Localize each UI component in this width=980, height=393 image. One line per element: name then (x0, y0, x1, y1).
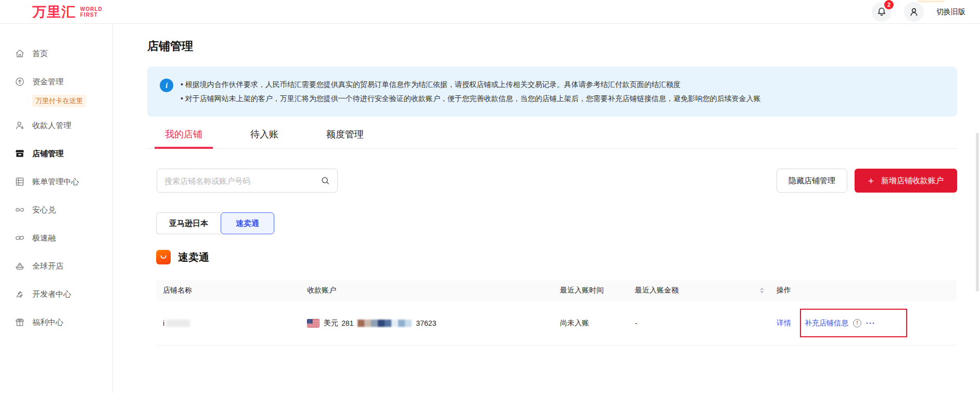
worldfirst-logo[interactable]: 万里汇 WORLDFIRST (32, 3, 103, 21)
aliexpress-icon (156, 250, 171, 264)
sidebar-item-label: 开发者中心 (32, 289, 71, 299)
currency-label: 美元 (324, 319, 338, 328)
logo-cn-text: 万里汇 (32, 3, 76, 21)
search-icon[interactable] (321, 176, 330, 185)
bill-icon (15, 176, 25, 187)
last-income-time-cell: 尚未入账 (560, 319, 635, 328)
page-title: 店铺管理 (147, 39, 957, 54)
sidebar-item-label: 收款人管理 (32, 121, 71, 131)
search-box (157, 169, 338, 193)
notification-badge: 2 (884, 0, 894, 9)
main-content: 店铺管理 i 根据境内合作伙伴要求，人民币结汇需要您提供真实的贸易订单信息作为结… (113, 24, 980, 393)
sidebar: 首页 资金管理 万里付卡在这里 收款人管理 (0, 24, 113, 393)
sidebar-item-global-store[interactable]: 全球开店 (0, 252, 112, 280)
sidebar-item-label: 安心兑 (32, 205, 56, 215)
detail-link[interactable]: 详情 (777, 319, 791, 328)
tab-my-stores[interactable]: 我的店铺 (165, 128, 202, 148)
table-header-row: 店铺名称 收款账户 最近入账时间 最近入账金额 操作 (156, 280, 957, 301)
platform-toggle: 亚马逊日本 速卖通 (156, 212, 274, 234)
sidebar-item-fast-financing[interactable]: 极速融 (0, 224, 112, 252)
benefits-icon (15, 317, 25, 327)
notification-bell-button[interactable]: 2 (872, 2, 892, 22)
notice-banner: i 根据境内合作伙伴要求，人民币结汇需要您提供真实的贸易订单信息作为结汇依据，请… (147, 67, 957, 117)
global-store-icon (15, 261, 25, 271)
col-receiving-account: 收款账户 (307, 286, 560, 295)
home-icon (15, 48, 25, 59)
user-menu: 查费率 (904, 2, 924, 22)
sidebar-funds-promo-tag[interactable]: 万里付卡在这里 (32, 95, 86, 107)
sidebar-item-label: 店铺管理 (32, 149, 63, 159)
sidebar-item-home[interactable]: 首页 (0, 40, 112, 68)
col-last-income-time: 最近入账时间 (560, 286, 635, 295)
tab-pending-income[interactable]: 待入账 (250, 128, 278, 148)
user-avatar-button[interactable] (904, 2, 924, 22)
us-flag-icon (307, 319, 320, 327)
exchange-icon (15, 205, 25, 215)
col-store-name: 店铺名称 (156, 286, 307, 295)
account-number-suffix: 37623 (416, 319, 436, 327)
top-bar: 万里汇 WORLDFIRST 2 查费率 (0, 0, 980, 24)
payee-icon (15, 120, 25, 131)
sidebar-item-label: 福利中心 (32, 318, 63, 327)
plus-icon: + (868, 176, 874, 186)
info-icon: i (160, 79, 173, 92)
toolbar: 隐藏店铺管理 + 新增店铺收款账户 (147, 169, 957, 193)
switch-old-version-link[interactable]: 切换旧版 (936, 7, 965, 17)
store-name-redacted (166, 320, 190, 327)
platform-aliexpress-button[interactable]: 速卖通 (221, 212, 274, 234)
sort-icon[interactable] (760, 287, 764, 294)
topbar-right: 2 查费率 切换旧版 (872, 2, 965, 22)
col-actions: 操作 (777, 286, 957, 295)
actions-cell: 详情 补充店铺信息 ! ··· (777, 319, 957, 328)
funds-icon (15, 77, 25, 87)
account-number-prefix: 281 (341, 319, 353, 327)
sidebar-item-payees[interactable]: 收款人管理 (0, 111, 112, 140)
developer-icon (15, 289, 25, 299)
worldfirst-app: 万里汇 WORLDFIRST 2 查费率 (0, 0, 980, 393)
sidebar-item-developer-center[interactable]: 开发者中心 (0, 280, 112, 308)
sidebar-item-label: 资金管理 (32, 77, 63, 87)
warning-icon: ! (853, 319, 861, 327)
more-actions-button[interactable]: ··· (866, 319, 875, 327)
sidebar-item-label: 首页 (32, 49, 48, 59)
aliexpress-section-header: 速卖通 (156, 250, 957, 264)
supplement-store-info-link[interactable]: 补充店铺信息 (805, 319, 848, 328)
add-store-account-button[interactable]: + 新增店铺收款账户 (855, 169, 957, 193)
receiving-account-cell: 美元 281 37623 (307, 319, 560, 328)
user-icon (909, 7, 919, 17)
logo-en-text: WORLDFIRST (80, 6, 103, 18)
hide-store-button[interactable]: 隐藏店铺管理 (777, 169, 847, 193)
sidebar-item-billing-center[interactable]: 账单管理中心 (0, 168, 112, 196)
store-name-cell: i (156, 319, 307, 327)
store-icon (15, 148, 25, 159)
section-title: 速卖通 (178, 250, 209, 264)
platform-amazon-japan-button[interactable]: 亚马逊日本 (156, 212, 221, 234)
fee-rate-tag[interactable]: 查费率 (918, 0, 945, 2)
tab-bar: 我的店铺 待入账 额度管理 (147, 128, 957, 149)
sidebar-item-benefits-center[interactable]: 福利中心 (0, 308, 112, 336)
tab-quota-management[interactable]: 额度管理 (326, 128, 364, 148)
table-row: i (156, 301, 957, 346)
last-income-amount-cell: - (635, 319, 777, 327)
notice-line-1: 根据境内合作伙伴要求，人民币结汇需要您提供真实的贸易订单信息作为结汇依据，请授权… (181, 78, 761, 92)
stores-table: 店铺名称 收款账户 最近入账时间 最近入账金额 操作 i (156, 280, 957, 346)
notice-line-2: 对于店铺网站未上架的客户，万里汇将为您提供一个待进行安全验证的收款账户，便于您完… (181, 92, 761, 106)
sidebar-item-store-management[interactable]: 店铺管理 (0, 140, 112, 168)
sidebar-item-label: 全球开店 (32, 261, 63, 271)
sidebar-item-label: 极速融 (32, 233, 56, 243)
sidebar-group-funds: 资金管理 万里付卡在这里 (0, 68, 112, 111)
sidebar-item-safe-exchange[interactable]: 安心兑 (0, 196, 112, 224)
sidebar-item-funds[interactable]: 资金管理 (0, 68, 112, 96)
account-number-redacted (358, 320, 412, 327)
col-last-income-amount: 最近入账金额 (635, 286, 777, 295)
sidebar-item-label: 账单管理中心 (32, 177, 79, 187)
financing-icon (15, 233, 25, 243)
search-input[interactable] (164, 176, 321, 185)
scrollbar[interactable] (976, 133, 979, 291)
